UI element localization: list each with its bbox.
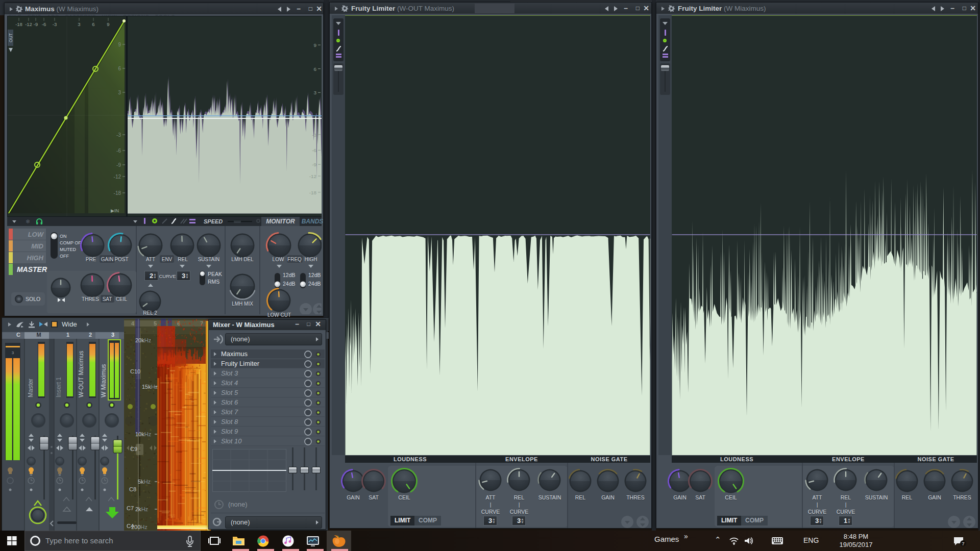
svg-text:OUT: OUT [8, 33, 13, 42]
svg-text:200Hz: 200Hz [131, 524, 148, 530]
svg-text:3: 3 [78, 21, 80, 27]
svg-text:12dB: 12dB [283, 272, 296, 278]
svg-text:-18: -18 [114, 190, 121, 196]
svg-text:C8: C8 [129, 486, 136, 492]
svg-text:C7: C7 [127, 505, 134, 511]
svg-text:10kHz: 10kHz [135, 431, 151, 437]
svg-text:24dB: 24dB [283, 281, 296, 287]
svg-text:2kHz: 2kHz [135, 506, 148, 512]
svg-text:5kHz: 5kHz [138, 479, 151, 485]
svg-text:W Miaximus: W Miaximus [100, 364, 107, 397]
svg-text:-9: -9 [116, 162, 121, 168]
svg-text:-12: -12 [114, 174, 121, 180]
svg-text:9: 9 [107, 21, 109, 27]
svg-text:ON: ON [60, 234, 67, 239]
svg-text:LOW: LOW [28, 231, 44, 238]
svg-text:W-OUT Maximus: W-OUT Maximus [78, 350, 85, 397]
svg-text:HIGH: HIGH [27, 254, 44, 262]
svg-text:-18: -18 [309, 190, 317, 195]
svg-text:C10: C10 [130, 368, 140, 374]
svg-text:6: 6 [118, 66, 121, 71]
svg-text:MUTED: MUTED [60, 247, 76, 252]
svg-text:MASTER: MASTER [17, 265, 47, 273]
svg-text:-3: -3 [53, 21, 57, 27]
svg-text:-12: -12 [25, 21, 32, 27]
svg-text:6: 6 [92, 21, 94, 27]
svg-text:7: 7 [962, 541, 964, 546]
svg-text:-9: -9 [34, 21, 38, 27]
svg-text:9: 9 [118, 42, 121, 47]
svg-text:-6: -6 [312, 147, 316, 153]
svg-text:OFF: OFF [60, 254, 69, 259]
svg-text:-18: -18 [15, 21, 22, 27]
svg-text:▶IN: ▶IN [111, 208, 119, 213]
svg-text:Insert 1: Insert 1 [55, 377, 62, 397]
svg-text:3: 3 [118, 90, 121, 95]
svg-text:-6: -6 [116, 148, 121, 154]
svg-text:12dB: 12dB [308, 272, 321, 278]
svg-text:9: 9 [314, 42, 317, 48]
svg-text:20kHz: 20kHz [135, 337, 151, 343]
svg-text:24dB: 24dB [308, 281, 321, 287]
svg-text:-3: -3 [312, 132, 316, 138]
svg-text:-9: -9 [312, 162, 316, 167]
svg-text:4: 4 [131, 320, 135, 327]
svg-text:MID: MID [31, 242, 43, 250]
svg-text:-12: -12 [309, 173, 317, 179]
svg-text:5: 5 [154, 320, 157, 327]
svg-text:Master: Master [27, 379, 34, 397]
svg-text:3: 3 [12, 350, 14, 355]
svg-text:SOLO: SOLO [26, 296, 40, 302]
svg-text:-6: -6 [42, 21, 46, 27]
svg-text:6: 6 [314, 66, 317, 72]
svg-text:-3: -3 [116, 132, 121, 138]
svg-text:3: 3 [314, 90, 317, 95]
svg-text:C9: C9 [130, 446, 137, 452]
